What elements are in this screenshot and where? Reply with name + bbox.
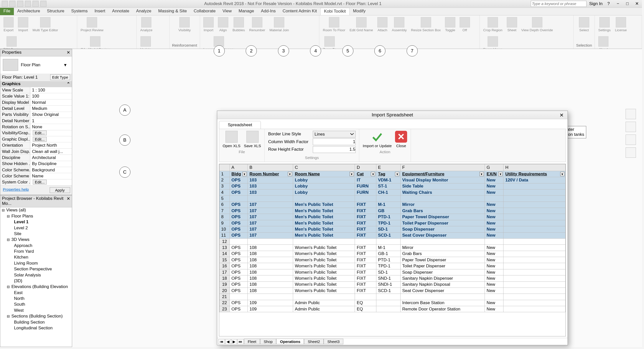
- cell[interactable]: [400, 196, 485, 202]
- property-value[interactable]: Name: [30, 173, 72, 179]
- table-row[interactable]: 22OPS109Admin PublicEQIntercom Base Stat…: [219, 300, 565, 306]
- cell[interactable]: [293, 238, 355, 244]
- property-value[interactable]: 1 : 100: [30, 87, 72, 93]
- filter-dropdown-icon[interactable]: ▾: [395, 172, 399, 176]
- row-header[interactable]: 9: [219, 220, 230, 226]
- cell[interactable]: Women's Public Toilet: [293, 281, 355, 288]
- table-row[interactable]: 15OPS108Women's Public ToiletFIXTPTD-1Pa…: [219, 257, 565, 263]
- table-row[interactable]: 23OPS109Admin PublicEQRemote Door Operat…: [219, 306, 565, 312]
- cell[interactable]: TPD-1: [376, 220, 400, 226]
- row-header[interactable]: 2: [219, 177, 230, 183]
- cell[interactable]: Toilet Paper Dispenser: [400, 263, 485, 269]
- cell[interactable]: [485, 238, 503, 244]
- cell[interactable]: Seat Cover Dispenser: [400, 288, 485, 294]
- pan-icon[interactable]: [626, 135, 636, 145]
- data-header-cat[interactable]: Cat▾: [355, 171, 376, 177]
- edit-button[interactable]: Edit...: [33, 137, 47, 142]
- table-row[interactable]: 11OPS107Men's Public ToiletFIXTSCD-1Seat…: [219, 232, 565, 238]
- cell[interactable]: Men's Public Toilet: [293, 226, 355, 232]
- cell[interactable]: OPS: [230, 220, 247, 226]
- table-row[interactable]: 6OPS107Men's Public ToiletFIXTM-1MirrorN…: [219, 202, 565, 208]
- property-value[interactable]: Edit...: [30, 130, 72, 136]
- ribbon-button-project-review[interactable]: Project Review: [80, 16, 104, 33]
- cell[interactable]: 108: [248, 251, 293, 257]
- cell[interactable]: Soap Dispenser: [400, 269, 485, 275]
- ribbon-button-off[interactable]: Off: [459, 16, 471, 33]
- cell[interactable]: VDM-1: [376, 177, 400, 183]
- filter-dropdown-icon[interactable]: ▾: [288, 172, 292, 176]
- cell[interactable]: New: [485, 183, 503, 189]
- cell[interactable]: TPD-1: [376, 263, 400, 269]
- cell[interactable]: Admin Public: [293, 300, 355, 306]
- tree-item-level-2[interactable]: Level 2: [0, 225, 72, 231]
- ribbon-button-analyze[interactable]: Analyze: [139, 16, 153, 33]
- tree-item-approach[interactable]: Approach: [0, 243, 72, 248]
- ribbon-button-settings[interactable]: Settings: [597, 16, 611, 33]
- tree-item-east[interactable]: East: [0, 290, 72, 296]
- property-value[interactable]: Background: [30, 167, 72, 173]
- cell[interactable]: [293, 294, 355, 300]
- properties-help-link[interactable]: Properties help: [1, 186, 30, 194]
- table-row[interactable]: 4OPS103LobbyFURNCH-1Waiting ChairsNew: [219, 189, 565, 195]
- cell[interactable]: [503, 275, 566, 281]
- steering-wheel-icon[interactable]: [626, 122, 636, 132]
- cell[interactable]: 109: [248, 306, 293, 312]
- ribbon-tab-add-ins[interactable]: Add-Ins: [258, 8, 279, 15]
- table-row[interactable]: 21: [219, 294, 565, 300]
- tree-item-living-room[interactable]: Living Room: [0, 260, 72, 266]
- cell[interactable]: Seat Cover Dispenser: [400, 232, 485, 238]
- cell[interactable]: OPS: [230, 269, 247, 275]
- cell[interactable]: New: [485, 288, 503, 294]
- cell[interactable]: New: [485, 306, 503, 312]
- tree-toggle-icon[interactable]: ⊟: [6, 285, 11, 289]
- cell[interactable]: Grab Bars: [400, 251, 485, 257]
- row-header[interactable]: 17: [219, 269, 230, 275]
- cell[interactable]: [503, 281, 566, 288]
- ribbon-button-visibility[interactable]: Visibility: [178, 16, 192, 33]
- cell[interactable]: [503, 232, 566, 238]
- cell[interactable]: Men's Public Toilet: [293, 208, 355, 214]
- table-row[interactable]: 16OPS108Women's Public ToiletFIXTTPD-1To…: [219, 263, 565, 269]
- table-row[interactable]: 2OPS103LobbyITVDM-1Visual Display Monito…: [219, 177, 565, 183]
- cell[interactable]: FURN: [355, 183, 376, 189]
- cell[interactable]: [503, 257, 566, 263]
- table-row[interactable]: 7OPS107Men's Public ToiletFIXTGBGrab Bar…: [219, 208, 565, 214]
- tree-item-3d-views[interactable]: ⊟3D Views: [0, 237, 72, 243]
- cell[interactable]: M-1: [376, 202, 400, 208]
- cell[interactable]: [503, 238, 566, 244]
- cell[interactable]: OPS: [230, 288, 247, 294]
- data-header-room-number[interactable]: Room Number▾: [248, 171, 293, 177]
- cell[interactable]: 103: [248, 177, 293, 183]
- spreadsheet-tab[interactable]: Spreadsheet: [219, 121, 261, 129]
- cell[interactable]: [503, 214, 566, 220]
- property-value[interactable]: Normal: [30, 100, 72, 105]
- tree-item-level-1[interactable]: Level 1: [0, 219, 72, 225]
- property-value[interactable]: Edit...: [30, 179, 72, 185]
- ribbon-button-assembly[interactable]: Assembly: [391, 16, 408, 33]
- border-style-select[interactable]: Lines: [313, 131, 356, 138]
- cell[interactable]: FIXT: [355, 288, 376, 294]
- cell[interactable]: New: [485, 281, 503, 288]
- filter-dropdown-icon[interactable]: ▾: [498, 172, 502, 176]
- tree-item-south[interactable]: South: [0, 302, 72, 307]
- cell[interactable]: Lobby: [293, 183, 355, 189]
- graphics-section-header[interactable]: Graphics ⌃: [0, 81, 72, 87]
- open-xls-button[interactable]: Open XLS: [223, 131, 241, 148]
- column-header-c[interactable]: C: [293, 164, 355, 171]
- cell[interactable]: Waiting Chairs: [400, 189, 485, 195]
- cell[interactable]: EQ: [355, 300, 376, 306]
- ribbon-tab-collaborate[interactable]: Collaborate: [190, 8, 219, 15]
- cell[interactable]: FIXT: [355, 269, 376, 275]
- type-selector[interactable]: Floor Plan ▾: [0, 56, 72, 74]
- row-header[interactable]: 7: [219, 208, 230, 214]
- ribbon-button-select[interactable]: Select: [578, 16, 590, 33]
- table-row[interactable]: 10OPS107Men's Public ToiletFIXTSD-1Soap …: [219, 226, 565, 232]
- cell[interactable]: FIXT: [355, 226, 376, 232]
- corner-cell[interactable]: [219, 164, 230, 171]
- cell[interactable]: Mirror: [400, 202, 485, 208]
- row-header[interactable]: 23: [219, 306, 230, 312]
- cell[interactable]: 108: [248, 269, 293, 275]
- sheet-nav-next-icon[interactable]: ▶: [231, 339, 237, 344]
- cell[interactable]: New: [485, 208, 503, 214]
- sheet-tab-sheet3[interactable]: Sheet3: [324, 339, 343, 344]
